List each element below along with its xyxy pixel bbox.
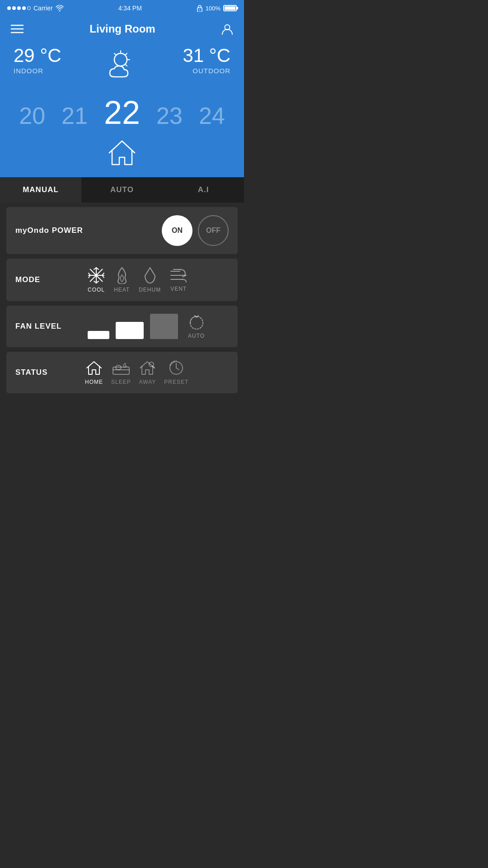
status-away-icon bbox=[139, 360, 155, 376]
signal-dot-4 bbox=[22, 6, 26, 10]
temperature-selector: 20 21 22 23 24 bbox=[0, 90, 244, 135]
temp-option-24[interactable]: 24 bbox=[191, 102, 233, 129]
battery-icon bbox=[223, 5, 237, 11]
mode-cool-label: COOL bbox=[88, 287, 105, 293]
mode-heat-label: HEAT bbox=[114, 287, 130, 293]
mode-dehum-label: DEHUM bbox=[139, 287, 161, 293]
status-bar-right: 100% bbox=[197, 5, 237, 12]
battery-percent: 100% bbox=[206, 5, 221, 12]
signal-dot-5 bbox=[27, 6, 31, 10]
mode-vent[interactable]: VENT bbox=[170, 268, 187, 292]
carrier-label: Carrier bbox=[33, 5, 53, 12]
indoor-temp: 29 °C bbox=[14, 46, 61, 65]
svg-line-10 bbox=[125, 53, 127, 55]
outdoor-temp: 31 °C bbox=[183, 46, 230, 65]
indoor-temp-block: 29 °C INDOOR bbox=[14, 46, 61, 75]
vent-icon bbox=[170, 268, 187, 283]
signal-dot-3 bbox=[17, 6, 21, 10]
svg-point-2 bbox=[199, 9, 200, 10]
temp-option-20[interactable]: 20 bbox=[11, 102, 53, 129]
fan-levels: AUTO bbox=[88, 314, 205, 339]
power-label: myOndо POWER bbox=[15, 226, 83, 235]
tab-manual[interactable]: MANUAL bbox=[0, 177, 81, 203]
status-card: STATUS HOME SLEEP bbox=[6, 352, 238, 393]
fan-level-1[interactable] bbox=[88, 331, 109, 339]
lock-icon bbox=[197, 5, 203, 12]
outdoor-label: OUTDOOR bbox=[192, 67, 230, 75]
cards-container: myOndо POWER ON OFF MODE bbox=[0, 203, 244, 398]
mode-card: MODE COOL bbox=[6, 259, 238, 301]
status-home[interactable]: HOME bbox=[85, 360, 103, 385]
status-sleep[interactable]: SLEEP bbox=[111, 360, 131, 385]
snowflake-icon bbox=[88, 267, 105, 284]
power-off-button[interactable]: OFF bbox=[198, 215, 229, 246]
status-sleep-icon bbox=[112, 360, 130, 376]
power-controls: ON OFF bbox=[162, 215, 229, 246]
mode-label: MODE bbox=[15, 275, 79, 284]
status-away[interactable]: AWAY bbox=[139, 360, 156, 385]
profile-button[interactable] bbox=[221, 23, 233, 35]
tab-auto[interactable]: AUTO bbox=[81, 177, 163, 203]
fan-auto-label: AUTO bbox=[188, 333, 205, 339]
weather-section: 29 °C INDOOR 31 °C OUTDOOR bbox=[0, 42, 244, 90]
mode-vent-label: VENT bbox=[170, 286, 187, 292]
weather-icon bbox=[102, 46, 142, 80]
indoor-label: INDOOR bbox=[14, 67, 43, 75]
status-home-label: HOME bbox=[85, 379, 103, 385]
fan-auto-button[interactable]: AUTO bbox=[188, 315, 205, 339]
home-icon-section bbox=[0, 135, 244, 177]
status-sleep-label: SLEEP bbox=[111, 379, 131, 385]
mode-heat[interactable]: HEAT bbox=[114, 267, 130, 293]
status-label: STATUS bbox=[15, 368, 79, 377]
signal-dots bbox=[7, 6, 31, 10]
signal-dot-2 bbox=[12, 6, 16, 10]
status-bar-time: 4:34 PM bbox=[118, 5, 142, 12]
flame-icon bbox=[114, 267, 130, 284]
status-preset-icon bbox=[168, 360, 184, 376]
mode-tabs: MANUAL AUTO A.I bbox=[0, 177, 244, 203]
mode-dehum[interactable]: DEHUM bbox=[139, 267, 161, 293]
status-bar-left: Carrier bbox=[7, 5, 64, 12]
svg-point-0 bbox=[59, 10, 60, 12]
signal-dot-1 bbox=[7, 6, 11, 10]
home-large-icon bbox=[108, 139, 136, 166]
svg-line-11 bbox=[125, 64, 127, 66]
status-away-label: AWAY bbox=[139, 379, 156, 385]
power-card: myOndо POWER ON OFF bbox=[6, 207, 238, 254]
page-title: Living Room bbox=[89, 23, 155, 35]
fan-auto-icon bbox=[188, 315, 205, 331]
temp-option-22[interactable]: 22 bbox=[96, 94, 148, 131]
tab-ai[interactable]: A.I bbox=[163, 177, 244, 203]
mode-cool[interactable]: COOL bbox=[88, 267, 105, 293]
temp-option-21[interactable]: 21 bbox=[53, 102, 96, 129]
outdoor-temp-block: 31 °C OUTDOOR bbox=[183, 46, 230, 75]
fan-level-3[interactable] bbox=[150, 314, 178, 339]
fan-card: FAN LEVEL AUTO bbox=[6, 306, 238, 347]
mode-options: COOL HEAT DEHUM bbox=[88, 267, 187, 293]
temp-option-23[interactable]: 23 bbox=[148, 102, 191, 129]
fan-level-2[interactable] bbox=[116, 322, 144, 339]
menu-button[interactable] bbox=[11, 24, 23, 33]
drop-icon bbox=[143, 267, 157, 284]
svg-line-12 bbox=[114, 53, 116, 55]
wifi-icon bbox=[56, 5, 64, 11]
status-preset[interactable]: PRESET bbox=[164, 360, 188, 385]
power-on-button[interactable]: ON bbox=[162, 215, 192, 246]
status-preset-label: PRESET bbox=[164, 379, 188, 385]
status-bar: Carrier 4:34 PM 100% bbox=[0, 0, 244, 16]
header: Living Room bbox=[0, 16, 244, 42]
fan-label: FAN LEVEL bbox=[15, 322, 79, 331]
status-home-icon bbox=[86, 360, 102, 376]
status-options: HOME SLEEP AWAY bbox=[85, 360, 188, 385]
